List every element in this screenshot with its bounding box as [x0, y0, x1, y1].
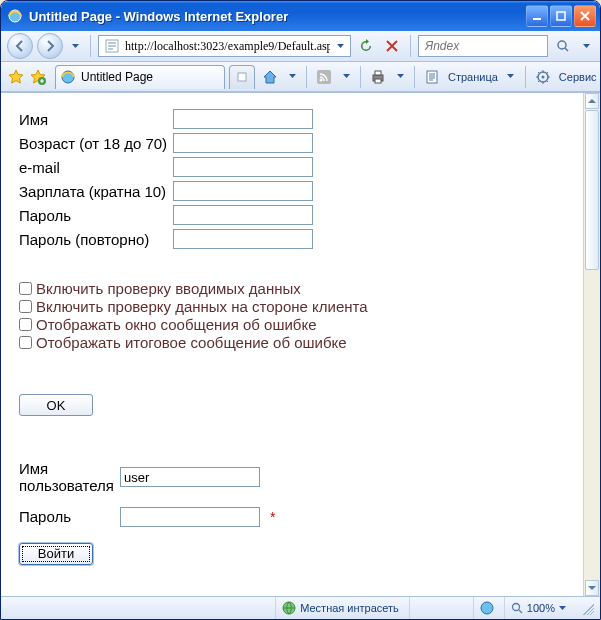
separator	[414, 66, 415, 88]
favorites-star-icon[interactable]	[7, 66, 25, 88]
maximize-button[interactable]	[550, 5, 572, 27]
separator	[410, 35, 411, 57]
svg-rect-1	[533, 18, 541, 20]
separator	[90, 35, 91, 57]
page-menu-label[interactable]: Страница	[446, 71, 500, 83]
refresh-button[interactable]	[355, 35, 377, 57]
field-label-name: Имя	[19, 107, 173, 131]
print-button[interactable]	[367, 66, 389, 88]
check-option-1[interactable]: Включить проверку данных на стороне клие…	[19, 298, 573, 315]
username-label: Имя пользователя	[19, 458, 120, 497]
scroll-thumb[interactable]	[585, 110, 599, 270]
field-label-salary: Зарплата (кратна 10)	[19, 179, 173, 203]
scroll-down-button[interactable]	[585, 580, 599, 596]
titlebar: Untitled Page - Windows Internet Explore…	[1, 1, 600, 31]
status-empty-1	[409, 597, 469, 619]
back-button[interactable]	[7, 33, 33, 59]
check-label-3: Отображать итоговое сообщение об ошибке	[36, 334, 347, 351]
separator	[306, 66, 307, 88]
validation-options: Включить проверку вводимых данныхВключит…	[19, 280, 573, 351]
tools-menu-icon[interactable]	[532, 66, 554, 88]
tab-label: Untitled Page	[81, 70, 153, 84]
resize-grip[interactable]	[580, 601, 594, 615]
login-table: Имя пользователя Пароль *	[19, 458, 281, 529]
feeds-dropdown[interactable]	[338, 67, 354, 87]
ie-logo-icon	[7, 8, 23, 24]
window-title: Untitled Page - Windows Internet Explore…	[29, 9, 524, 24]
svg-rect-7	[238, 73, 246, 81]
login-password-label: Пароль	[19, 505, 120, 529]
feeds-button[interactable]	[313, 66, 335, 88]
search-box[interactable]	[418, 35, 548, 57]
tab-active[interactable]: Untitled Page	[55, 65, 225, 89]
svg-point-9	[320, 78, 323, 81]
name-input[interactable]	[173, 109, 313, 129]
ie-favicon-icon	[60, 69, 76, 85]
separator	[525, 66, 526, 88]
email-input[interactable]	[173, 157, 313, 177]
zoom-icon	[511, 602, 523, 614]
tools-menu-label[interactable]: Сервис	[557, 71, 599, 83]
svg-point-4	[558, 41, 566, 49]
search-button[interactable]	[552, 35, 574, 57]
check-option-0[interactable]: Включить проверку вводимых данных	[19, 280, 573, 297]
check-input-2[interactable]	[19, 318, 32, 331]
separator	[360, 66, 361, 88]
field-label-password2: Пароль (повторно)	[19, 227, 173, 251]
print-dropdown[interactable]	[392, 67, 408, 87]
login-password-input[interactable]	[120, 507, 260, 527]
stop-button[interactable]	[381, 35, 403, 57]
chevron-down-icon	[559, 605, 566, 612]
zone-icon	[282, 601, 296, 615]
search-provider-dropdown[interactable]	[578, 36, 594, 56]
page-menu-icon[interactable]	[421, 66, 443, 88]
status-zoom[interactable]: 100%	[504, 597, 572, 619]
salary-input[interactable]	[173, 181, 313, 201]
svg-rect-8	[317, 70, 331, 84]
close-button[interactable]	[574, 5, 596, 27]
check-input-0[interactable]	[19, 282, 32, 295]
forward-button[interactable]	[37, 33, 63, 59]
home-button[interactable]	[259, 66, 281, 88]
age-input[interactable]	[173, 133, 313, 153]
password-input[interactable]	[173, 205, 313, 225]
add-favorite-icon[interactable]	[29, 66, 47, 88]
svg-rect-13	[427, 71, 437, 83]
check-input-1[interactable]	[19, 300, 32, 313]
status-message	[7, 597, 271, 619]
svg-point-15	[541, 75, 544, 78]
check-label-2: Отображать окно сообщения об ошибке	[36, 316, 317, 333]
password2-input[interactable]	[173, 229, 313, 249]
field-label-password: Пароль	[19, 203, 173, 227]
check-option-3[interactable]: Отображать итоговое сообщение об ошибке	[19, 334, 573, 351]
field-label-email: e-mail	[19, 155, 173, 179]
url-input[interactable]	[123, 38, 332, 55]
url-dropdown[interactable]	[332, 36, 348, 56]
svg-rect-12	[375, 79, 381, 83]
form-fields-table: ИмяВозраст (от 18 до 70)e-mailЗарплата (…	[19, 107, 319, 251]
new-tab-button[interactable]	[229, 65, 255, 89]
page-favicon-icon	[104, 38, 120, 54]
home-dropdown[interactable]	[284, 67, 300, 87]
status-zone: Местная интрасеть	[275, 597, 405, 619]
check-option-2[interactable]: Отображать окно сообщения об ошибке	[19, 316, 573, 333]
navbar	[1, 31, 600, 62]
svg-rect-11	[375, 71, 381, 75]
nav-history-dropdown[interactable]	[67, 36, 83, 56]
blank-tab-icon	[237, 72, 247, 82]
address-bar[interactable]	[98, 35, 351, 57]
check-input-3[interactable]	[19, 336, 32, 349]
ok-button[interactable]: OK	[19, 394, 93, 416]
check-label-0: Включить проверку вводимых данных	[36, 280, 301, 297]
svg-point-17	[481, 602, 493, 614]
tabbar: Untitled Page Страница Сервис	[1, 62, 600, 92]
statusbar: Местная интрасеть 100%	[1, 596, 600, 619]
vertical-scrollbar[interactable]	[583, 93, 600, 596]
content-wrap: ИмяВозраст (от 18 до 70)e-mailЗарплата (…	[1, 92, 600, 596]
scroll-up-button[interactable]	[585, 93, 599, 109]
page-menu-dropdown[interactable]	[503, 67, 519, 87]
username-input[interactable]	[120, 467, 260, 487]
minimize-button[interactable]	[526, 5, 548, 27]
login-button[interactable]: Войти	[19, 543, 93, 565]
shield-icon	[480, 601, 494, 615]
